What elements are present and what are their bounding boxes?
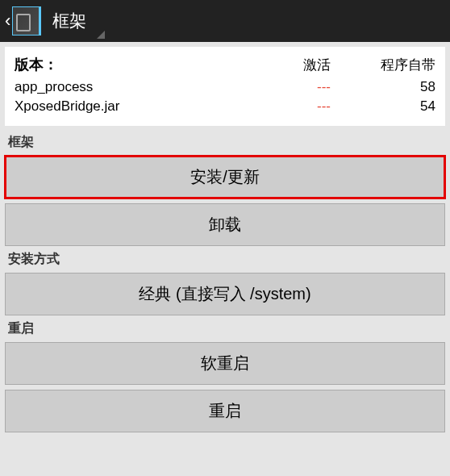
uninstall-button[interactable]: 卸载 — [5, 203, 445, 246]
row-active-value: --- — [266, 98, 331, 115]
info-header-row: 版本： 激活 程序自带 — [15, 55, 435, 74]
row-name: XposedBridge.jar — [15, 98, 266, 115]
header-title[interactable]: 框架 — [52, 10, 86, 32]
version-info-card: 版本： 激活 程序自带 app_process --- 58 XposedBri… — [5, 47, 445, 126]
content-area: 版本： 激活 程序自带 app_process --- 58 XposedBri… — [0, 42, 450, 442]
row-name: app_process — [15, 79, 266, 95]
soft-reboot-button[interactable]: 软重启 — [5, 342, 445, 385]
app-icon[interactable] — [12, 6, 41, 35]
row-bundled-value: 54 — [331, 98, 435, 115]
spinner-indicator-icon[interactable] — [97, 31, 105, 39]
install-method-button[interactable]: 经典 (直接写入 /system) — [5, 273, 445, 315]
section-label-reboot: 重启 — [8, 320, 442, 337]
reboot-button[interactable]: 重启 — [5, 390, 445, 432]
back-chevron-icon[interactable]: ‹ — [5, 10, 10, 31]
column-bundled-header: 程序自带 — [331, 56, 435, 74]
table-row: app_process --- 58 — [15, 79, 435, 95]
section-label-install-method: 安装方式 — [8, 251, 442, 268]
row-bundled-value: 58 — [331, 79, 435, 95]
row-active-value: --- — [266, 79, 331, 95]
install-update-button[interactable]: 安装/更新 — [5, 156, 445, 198]
app-header: ‹ 框架 — [0, 0, 450, 42]
section-label-framework: 框架 — [8, 134, 442, 151]
version-label: 版本： — [15, 55, 266, 74]
table-row: XposedBridge.jar --- 54 — [15, 98, 435, 115]
column-active-header: 激活 — [266, 56, 331, 74]
